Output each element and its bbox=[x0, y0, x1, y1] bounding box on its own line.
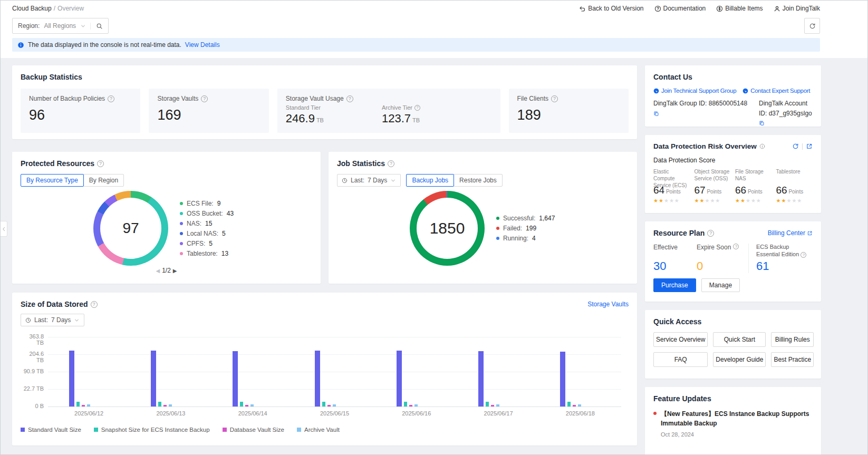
risk-platform-column: Tablestore66 Points★★★★★ bbox=[776, 168, 813, 204]
score-unit: Points bbox=[706, 189, 722, 195]
quick-access-button[interactable]: Best Practice bbox=[771, 352, 814, 367]
bar bbox=[82, 405, 85, 406]
quick-access-button[interactable]: FAQ bbox=[653, 352, 708, 367]
legend-label: NAS: bbox=[187, 220, 201, 227]
quick-access-button[interactable]: Quick Start bbox=[713, 332, 766, 347]
legend-value: 15 bbox=[205, 220, 212, 227]
join-support-group-link[interactable]: Join Technical Support Group bbox=[653, 88, 736, 94]
risk-platform-column: Elastic Compute Service (ECS)64 Points★★… bbox=[653, 168, 690, 204]
quick-access-button[interactable]: Developer Guide bbox=[713, 352, 766, 367]
metric-file-clients: File Clients 189 bbox=[509, 89, 629, 133]
bar bbox=[409, 405, 412, 406]
feature-update-date: Oct 28, 2024 bbox=[661, 431, 813, 438]
help-icon[interactable] bbox=[414, 105, 420, 111]
info-icon[interactable] bbox=[759, 143, 765, 149]
bar bbox=[69, 351, 74, 406]
metric-value: 96 bbox=[29, 107, 132, 123]
bar bbox=[169, 404, 172, 406]
dingtalk-group-id: DingTalk Group ID: 88650005148 bbox=[653, 99, 755, 128]
storage-bar-chart: 363.8 TB204.6 TB90.9 TB22.7 TB0 B2025/06… bbox=[21, 332, 629, 422]
bar bbox=[163, 405, 167, 406]
protected-resources-chart: 97 ECS File:9OSS Bucket:43NAS:15Local NA… bbox=[21, 189, 312, 268]
range-value: 7 Days bbox=[51, 316, 71, 324]
quick-access-button[interactable]: Service Overview bbox=[653, 332, 708, 347]
documentation-link[interactable]: Documentation bbox=[654, 5, 706, 12]
risk-platform-columns: Elastic Compute Service (ECS)64 Points★★… bbox=[653, 168, 813, 204]
bar bbox=[567, 402, 571, 406]
protected-resources-tabs: By Resource Type By Region bbox=[21, 174, 312, 187]
page-refresh-button[interactable] bbox=[804, 18, 820, 34]
protected-resources-title: Protected Resources bbox=[21, 159, 94, 168]
legend-label: Database Vault Size bbox=[230, 427, 284, 433]
legend-item: Local NAS:5 bbox=[180, 230, 234, 237]
quick-access-title: Quick Access bbox=[653, 317, 701, 326]
pager-next-icon[interactable]: ▶ bbox=[173, 268, 177, 274]
billing-center-link[interactable]: Billing Center bbox=[768, 229, 813, 237]
help-icon[interactable] bbox=[97, 160, 104, 167]
breadcrumb-root[interactable]: Cloud Backup bbox=[12, 5, 52, 12]
legend-value: 5 bbox=[209, 240, 213, 247]
effective-stat: Effective 30 bbox=[653, 244, 697, 273]
panel-collapse-handle[interactable] bbox=[1, 221, 7, 237]
pager-prev-icon[interactable]: ◀ bbox=[156, 268, 160, 274]
help-icon[interactable] bbox=[201, 95, 208, 102]
clock-icon bbox=[342, 178, 348, 183]
stat-value: 0 bbox=[697, 259, 742, 273]
tab-restore-jobs[interactable]: Restore Jobs bbox=[454, 174, 503, 187]
purchase-button[interactable]: Purchase bbox=[653, 278, 696, 292]
star-filled-icon: ★★ bbox=[695, 198, 705, 204]
help-icon[interactable] bbox=[388, 160, 394, 167]
tab-by-resource-type[interactable]: By Resource Type bbox=[21, 174, 84, 187]
region-search-button[interactable] bbox=[90, 23, 103, 30]
risk-overview-card: Data Protection Risk Overview Data Prote… bbox=[645, 135, 821, 213]
chart-legend-item: Standard Vault Size bbox=[21, 427, 81, 433]
help-icon[interactable] bbox=[733, 244, 739, 249]
metric-label: Storage Vaults bbox=[157, 95, 198, 102]
tab-backup-jobs[interactable]: Backup Jobs bbox=[406, 174, 454, 187]
resource-plan-stats: Effective 30 Expire Soon 0 ECS Backup Es… bbox=[653, 244, 813, 273]
account-id-value: d37_g935gslgo bbox=[769, 110, 812, 117]
view-details-link[interactable]: View Details bbox=[185, 41, 220, 49]
platform-name: Object Storage Service (OSS) bbox=[695, 168, 731, 182]
feature-update-item: 【New Features】ECS Instance Backup Suppor… bbox=[653, 409, 813, 438]
clock-icon bbox=[25, 317, 31, 323]
resource-legend: ECS File:9OSS Bucket:43NAS:15Local NAS:5… bbox=[180, 197, 234, 260]
quick-access-button[interactable]: Billing Rules bbox=[771, 332, 814, 347]
tab-by-region[interactable]: By Region bbox=[83, 174, 124, 187]
resource-donut-chart: 97 bbox=[93, 191, 168, 266]
time-range-select[interactable]: Last: 7 Days bbox=[337, 174, 401, 187]
storage-vaults-link[interactable]: Storage Vaults bbox=[587, 301, 629, 308]
legend-value: 4 bbox=[532, 235, 536, 242]
risk-subtitle: Data Protection Score bbox=[653, 157, 813, 164]
resource-plan-title: Resource Plan bbox=[653, 229, 705, 237]
external-link-icon[interactable] bbox=[806, 143, 813, 150]
billable-items-link[interactable]: Billable Items bbox=[716, 5, 763, 12]
copy-icon[interactable] bbox=[759, 120, 765, 126]
refresh-icon[interactable] bbox=[792, 143, 799, 150]
back-to-old-version-link[interactable]: Back to Old Version bbox=[579, 5, 643, 12]
x-axis-label: 2025/06/13 bbox=[144, 410, 197, 417]
bar bbox=[486, 402, 489, 406]
job-statistics-controls: Last: 7 Days Backup Jobs Restore Jobs bbox=[337, 174, 629, 187]
region-selector[interactable]: Region: All Regions bbox=[12, 18, 109, 34]
help-icon[interactable] bbox=[801, 252, 806, 258]
help-icon[interactable] bbox=[91, 301, 98, 308]
contact-expert-support-link[interactable]: Contact Expert Support bbox=[742, 88, 810, 94]
feature-update-title[interactable]: 【New Features】ECS Instance Backup Suppor… bbox=[661, 409, 813, 428]
help-icon[interactable] bbox=[551, 95, 558, 102]
join-dingtalk-link[interactable]: Join DingTalk bbox=[774, 5, 820, 12]
copy-icon[interactable] bbox=[653, 111, 659, 117]
help-icon[interactable] bbox=[108, 95, 114, 102]
job-statistics-card: Job Statistics Last: 7 Days Backup Jobs … bbox=[329, 152, 637, 284]
manage-button[interactable]: Manage bbox=[701, 278, 740, 292]
help-icon[interactable] bbox=[346, 95, 353, 102]
resource-plan-actions: Purchase Manage bbox=[653, 278, 813, 292]
help-icon[interactable] bbox=[707, 230, 714, 237]
score-unit: Points bbox=[787, 189, 804, 195]
legend-label: Running: bbox=[503, 235, 528, 242]
y-axis-label: 363.8 TB bbox=[21, 333, 44, 346]
job-statistics-title: Job Statistics bbox=[337, 159, 385, 168]
time-range-select[interactable]: Last: 7 Days bbox=[21, 314, 84, 326]
metric-storage-vaults: Storage Vaults 169 bbox=[149, 89, 268, 133]
external-link-icon bbox=[807, 230, 813, 236]
